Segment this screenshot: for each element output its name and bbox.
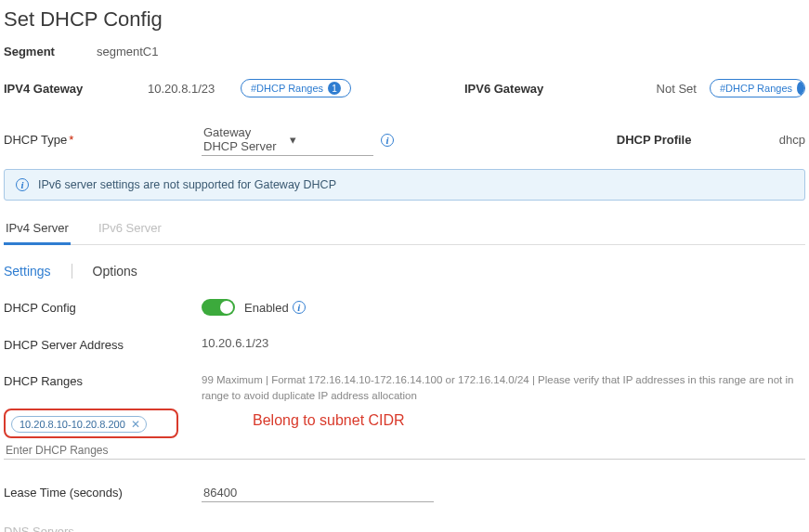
dns-servers-label: DNS Servers [4,523,202,532]
dhcp-ranges-label: DHCP Ranges [4,372,202,388]
ipv6-gateway-value: Not Set [613,82,697,96]
segment-value: segmentC1 [97,45,158,58]
ipv4-gateway-value: 10.20.8.1/23 [148,82,241,96]
dhcp-ranges-input[interactable] [4,440,189,459]
sub-tabs: Settings Options [4,264,805,279]
dhcp-type-select[interactable]: Gateway DHCP Server ▾ [202,123,373,156]
subtab-options[interactable]: Options [93,264,137,279]
subtab-settings[interactable]: Settings [4,264,51,279]
dhcp-type-value: Gateway DHCP Server [203,125,286,153]
pill-label: #DHCP Ranges [720,83,792,94]
dhcp-type-label: DHCP Type* [4,133,202,147]
lease-time-input[interactable] [202,484,434,502]
pill-count: 1 [328,82,341,95]
pill-count-cut [797,82,804,95]
close-icon[interactable]: ✕ [131,418,140,431]
annotation-box: 10.20.8.10-10.20.8.200 ✕ [4,409,178,438]
dhcp-config-status: Enabled [244,301,289,315]
ipv4-gateway-label: IPV4 Gateway [4,82,148,96]
banner-text: IPv6 server settings are not supported f… [38,178,336,191]
info-icon[interactable]: i [381,134,394,147]
gateway-row: IPV4 Gateway 10.20.8.1/23 #DHCP Ranges 1… [4,79,805,97]
server-address-value: 10.20.6.1/23 [202,336,268,350]
page-title: Set DHCP Config [4,7,805,32]
info-banner: i IPv6 server settings are not supported… [4,169,805,201]
dhcp-ranges-hint: 99 Maximum | Format 172.16.14.10-172.16.… [202,372,805,403]
tab-ipv4-server[interactable]: IPv4 Server [4,215,71,245]
tab-ipv6-server: IPv6 Server [97,215,163,244]
dhcp-config-toggle[interactable] [202,299,235,316]
segment-row: Segment segmentC1 [4,45,805,58]
lease-time-row: Lease Time (seconds) [4,484,805,502]
range-value: 10.20.8.10-10.20.8.200 [20,419,125,430]
dns-servers-row: DNS Servers [4,523,805,532]
required-marker: * [69,133,73,147]
info-icon[interactable]: i [293,301,306,314]
dhcp-type-row: DHCP Type* Gateway DHCP Server ▾ i DHCP … [4,123,805,156]
chevron-down-icon: ▾ [290,133,372,147]
pill-label: #DHCP Ranges [251,83,323,94]
dhcp-config-label: DHCP Config [4,299,202,315]
info-icon: i [16,178,29,191]
server-address-row: DHCP Server Address 10.20.6.1/23 [4,336,805,352]
lease-time-label: Lease Time (seconds) [4,484,202,500]
segment-label: Segment [4,45,97,58]
ipv6-dhcp-ranges-pill[interactable]: #DHCP Ranges [710,79,805,97]
server-tabs: IPv4 Server IPv6 Server [4,215,805,245]
dhcp-range-pill[interactable]: 10.20.8.10-10.20.8.200 ✕ [11,416,147,433]
dhcp-profile-label: DHCP Profile [617,133,779,147]
dhcp-profile-value: dhcp [779,133,805,147]
dhcp-config-row: DHCP Config Enabled i [4,299,805,316]
ipv4-dhcp-ranges-pill[interactable]: #DHCP Ranges 1 [241,79,351,97]
annotation-text: Belong to subnet CIDR [253,412,405,429]
ipv6-gateway-label: IPV6 Gateway [464,82,613,96]
divider [72,264,72,279]
server-address-label: DHCP Server Address [4,336,202,352]
dhcp-ranges-row: DHCP Ranges 99 Maximum | Format 172.16.1… [4,372,805,403]
